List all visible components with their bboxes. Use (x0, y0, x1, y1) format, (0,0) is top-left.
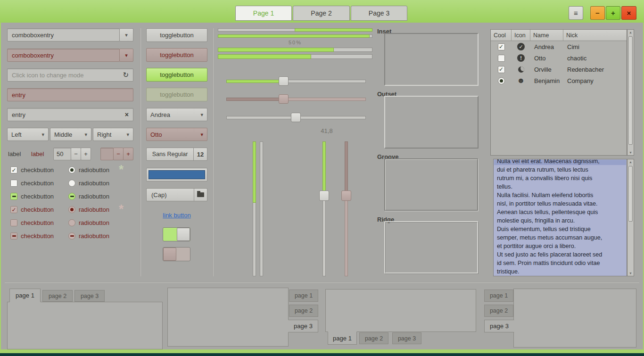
togglebutton-active[interactable]: togglebutton (146, 68, 207, 82)
checkbutton-mixed-insensitive[interactable]: checkbutton (10, 232, 54, 240)
entry-with-clear[interactable]: entry × (7, 108, 133, 121)
togglebutton-pressed[interactable]: togglebutton (146, 48, 207, 62)
switch-off-insensitive[interactable] (163, 247, 190, 261)
textview-scrollbar[interactable]: ▲ ▼ (627, 159, 634, 276)
treeview[interactable]: Cool Icon Name Nick ✓ Andrea Cimi ! Otto… (490, 29, 627, 156)
combobox-name[interactable]: Andrea ▾ (146, 108, 207, 121)
radiobutton-mixed[interactable]: radiobutton (68, 192, 109, 200)
notebook4-tab-page3[interactable]: page 3 (484, 320, 514, 332)
notebook4-tab-page2[interactable]: page 2 (484, 305, 513, 317)
clear-icon[interactable]: × (125, 111, 129, 118)
notebook2-tab-page1[interactable]: page 1 (289, 290, 318, 302)
spin-plus-button-insensitive[interactable]: + (123, 148, 133, 160)
notebook1-tab-page3[interactable]: page 3 (74, 290, 105, 302)
tree-checkbox-checked[interactable] (498, 66, 505, 73)
notebook1-tab-page2[interactable]: page 2 (42, 290, 73, 302)
radiobutton-selected-insensitive[interactable]: radiobutton (68, 206, 109, 214)
titlebar-tab-page3[interactable]: Page 3 (351, 6, 407, 21)
column-header-nick[interactable]: Nick (563, 30, 627, 41)
notebook2-tab-page2[interactable]: page 2 (289, 305, 318, 317)
checkbutton-unchecked[interactable]: checkbutton (10, 179, 54, 187)
tree-row[interactable]: ✓ Andrea Cimi (491, 41, 627, 52)
maximize-button[interactable]: + (606, 6, 620, 20)
scale-handle-insensitive[interactable] (279, 94, 289, 104)
scrollbar-thumb[interactable] (628, 166, 633, 222)
minimize-button[interactable]: − (590, 6, 605, 20)
combobox-name-insensitive[interactable]: Otto ▾ (146, 128, 207, 141)
scale-horizontal-insensitive[interactable] (226, 98, 366, 101)
color-button[interactable] (146, 168, 207, 182)
plus-icon: + (126, 150, 130, 157)
scroll-up-icon[interactable]: ▲ (627, 31, 634, 34)
tree-row[interactable]: Orville Redenbacher (491, 64, 627, 75)
scale-handle[interactable] (291, 113, 301, 122)
notebook3-tab-page3[interactable]: page 3 (392, 332, 421, 344)
link-button[interactable]: link button (146, 212, 207, 219)
combobox-entry-field[interactable]: comboboxentry (7, 28, 120, 41)
titlebar-tab-page2[interactable]: Page 2 (293, 6, 350, 21)
menu-button[interactable]: ≡ (569, 6, 583, 20)
notebook4-tab-page1[interactable]: page 1 (484, 290, 513, 302)
spin-plus-button[interactable]: + (81, 148, 91, 160)
notebook1-tab-page1[interactable]: page 1 (9, 289, 41, 302)
column-header-name[interactable]: Name (530, 30, 563, 41)
mode-entry[interactable]: Click icon to change mode ↻ (7, 68, 133, 82)
scale-handle[interactable] (279, 76, 289, 86)
file-chooser-button[interactable]: (Cap) (146, 188, 207, 201)
titlebar-tab-page1[interactable]: Page 1 (235, 6, 292, 21)
textview[interactable]: Nulla vel elit erat. Maecenas dignissim,… (493, 159, 627, 276)
switch-on[interactable] (163, 227, 190, 241)
scale-vertical-insensitive[interactable] (345, 141, 348, 276)
progress-fill (218, 54, 311, 59)
tree-radio-selected[interactable] (498, 77, 505, 84)
spin-minus-button[interactable]: − (71, 148, 81, 160)
entry-insensitive[interactable]: entry (7, 88, 133, 101)
combobox-right[interactable]: Right ▾ (93, 128, 133, 141)
scrollbar-thumb[interactable] (628, 36, 633, 145)
tree-checkbox-checked[interactable] (498, 43, 505, 50)
scale-vertical-1[interactable] (322, 141, 326, 276)
combobox-entry-field-insensitive[interactable]: comboboxentry (7, 49, 120, 62)
tree-row[interactable]: ☻ Benjamin Company (491, 75, 627, 86)
notebook3-tab-page1[interactable]: page 1 (328, 331, 357, 345)
combobox-entry-dropdown-button[interactable]: ▾ (119, 28, 133, 41)
tree-cell-nick: Redenbacher (567, 66, 604, 73)
notebook3-tab-page2[interactable]: page 2 (359, 332, 388, 344)
combobox-left[interactable]: Left ▾ (7, 128, 49, 141)
tree-scrollbar[interactable]: ▲ ▼ (627, 29, 634, 156)
tree-row[interactable]: ! Otto chaotic (491, 52, 627, 64)
combobox-middle[interactable]: Middle ▾ (50, 128, 91, 141)
tree-checkbox-unchecked[interactable] (498, 55, 505, 62)
combobox-label: Left (11, 131, 22, 138)
checkbox-icon (10, 232, 17, 240)
checkbutton-mixed[interactable]: checkbutton (10, 192, 54, 200)
spin-minus-button-insensitive[interactable]: − (113, 148, 124, 160)
togglebutton-insensitive[interactable]: togglebutton (146, 88, 207, 101)
togglebutton-normal[interactable]: togglebutton (146, 28, 207, 42)
scroll-up-icon[interactable]: ▲ (627, 160, 634, 164)
scale-horizontal-1[interactable] (226, 80, 366, 83)
column-header-cool[interactable]: Cool (491, 30, 512, 41)
close-button[interactable]: × (621, 6, 636, 20)
radiobutton-selected[interactable]: radiobutton (68, 166, 109, 174)
notebook2-tab-page3[interactable]: page 3 (288, 320, 318, 332)
scale-handle[interactable] (319, 190, 329, 201)
radiobutton-mixed-insensitive[interactable]: radiobutton (68, 232, 109, 240)
scale-handle-insensitive[interactable] (341, 190, 351, 201)
spinbutton-value-insensitive[interactable] (100, 148, 114, 160)
refresh-icon[interactable]: ↻ (123, 71, 129, 79)
checkbutton-checked-insensitive[interactable]: checkbutton (10, 206, 54, 214)
spinbutton-value[interactable]: 50 (53, 148, 71, 160)
radio-icon (68, 206, 75, 213)
scroll-down-icon[interactable]: ▼ (627, 272, 634, 275)
combobox-entry-text: comboboxentry (12, 52, 54, 59)
radiobutton-unselected[interactable]: radiobutton (68, 179, 109, 187)
column-header-icon[interactable]: Icon (512, 30, 530, 41)
combobox-entry-dropdown-button-insensitive[interactable]: ▾ (119, 49, 133, 62)
horizontal-separator (5, 282, 639, 283)
font-button[interactable]: Sans Regular 12 (146, 148, 207, 161)
radiobutton-unselected-insensitive[interactable]: radiobutton (68, 219, 109, 227)
checkbutton-unchecked-insensitive[interactable]: checkbutton (10, 219, 54, 227)
scroll-down-icon[interactable]: ▼ (627, 151, 634, 154)
checkbutton-checked[interactable]: checkbutton (10, 166, 54, 174)
